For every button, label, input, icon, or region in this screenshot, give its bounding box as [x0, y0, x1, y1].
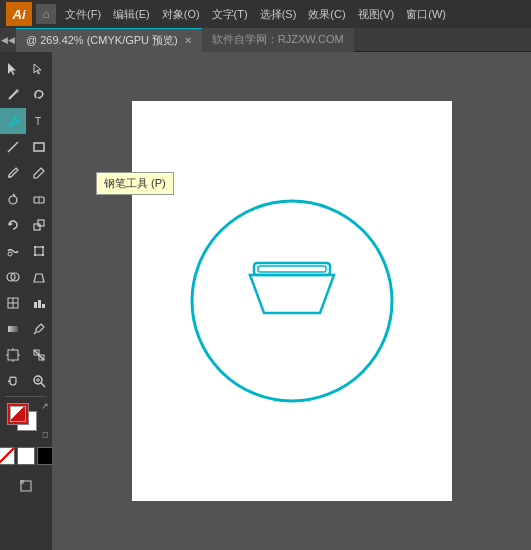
hand-tool[interactable]: [0, 368, 26, 394]
type-tool[interactable]: T: [26, 108, 52, 134]
svg-rect-32: [38, 300, 41, 308]
svg-line-2: [9, 92, 16, 99]
line-tool[interactable]: [0, 134, 26, 160]
circle-icon-container: [182, 191, 402, 411]
gradient-tool[interactable]: [0, 316, 26, 342]
svg-rect-10: [34, 143, 44, 151]
svg-point-6: [14, 117, 17, 120]
svg-line-7: [17, 120, 19, 122]
svg-rect-24: [42, 254, 44, 256]
eraser-tool[interactable]: [26, 186, 52, 212]
pen-tool[interactable]: [0, 108, 26, 134]
svg-rect-36: [8, 350, 18, 360]
tool-row-10: [0, 290, 52, 316]
svg-marker-0: [8, 63, 16, 75]
tab-inactive[interactable]: 软件自学网：RJZXW.COM: [202, 28, 354, 52]
svg-rect-33: [42, 304, 45, 308]
screen-mode-button[interactable]: [13, 473, 39, 499]
magic-wand-tool[interactable]: [0, 82, 26, 108]
svg-rect-23: [34, 254, 36, 256]
svg-marker-16: [9, 222, 13, 226]
blob-brush-tool[interactable]: [0, 186, 26, 212]
tab-active-label: @ 269.42% (CMYK/GPU 预览): [26, 33, 178, 48]
svg-rect-17: [34, 224, 40, 230]
tool-row-7: [0, 212, 52, 238]
perspective-tool[interactable]: [26, 264, 52, 290]
lasso-tool[interactable]: [26, 82, 52, 108]
tool-row-1: [0, 56, 52, 82]
swap-colors-button[interactable]: ↗: [41, 401, 49, 411]
screen-mode-section: [13, 473, 39, 499]
tool-separator: [5, 396, 47, 397]
title-bar: Ai ⌂ 文件(F) 编辑(E) 对象(O) 文字(T) 选择(S) 效果(C)…: [0, 0, 531, 28]
home-icon[interactable]: ⌂: [36, 4, 56, 24]
tab-bar: ◀◀ @ 269.42% (CMYK/GPU 预览) ✕ 软件自学网：RJZXW…: [0, 28, 531, 52]
artwork-svg: [182, 191, 402, 411]
rectangle-tool[interactable]: [26, 134, 52, 160]
menu-bar: 文件(F) 编辑(E) 对象(O) 文字(T) 选择(S) 效果(C) 视图(V…: [60, 5, 451, 24]
menu-view[interactable]: 视图(V): [353, 5, 400, 24]
rotate-tool[interactable]: [0, 212, 26, 238]
svg-marker-54: [250, 275, 334, 313]
tab-close-button[interactable]: ✕: [184, 35, 192, 46]
zoom-tool[interactable]: [26, 368, 52, 394]
tool-row-11: [0, 316, 52, 342]
menu-select[interactable]: 选择(S): [255, 5, 302, 24]
menu-file[interactable]: 文件(F): [60, 5, 106, 24]
foreground-color-swatch[interactable]: [7, 403, 29, 425]
reset-colors-button[interactable]: ◻: [42, 430, 49, 439]
shape-builder-tool[interactable]: [0, 264, 26, 290]
svg-rect-31: [34, 302, 37, 308]
svg-point-12: [9, 196, 17, 204]
menu-text[interactable]: 文字(T): [207, 5, 253, 24]
tool-row-12: [0, 342, 52, 368]
scale-tool[interactable]: [26, 212, 52, 238]
free-transform-tool[interactable]: [26, 238, 52, 264]
selection-tool[interactable]: [0, 56, 26, 82]
paintbrush-tool[interactable]: [0, 160, 26, 186]
direct-selection-tool[interactable]: [26, 56, 52, 82]
none-color-button[interactable]: [0, 447, 15, 465]
tool-row-5: [0, 160, 52, 186]
color-swatches: ↗ ◻: [1, 401, 51, 441]
tab-inactive-label: 软件自学网：RJZXW.COM: [212, 32, 344, 47]
svg-rect-22: [42, 246, 44, 248]
eyedropper-tool[interactable]: [26, 316, 52, 342]
svg-rect-34: [8, 326, 18, 332]
artboard-tool[interactable]: [0, 342, 26, 368]
canvas-area: 钢笔工具 (P): [52, 52, 531, 550]
tab-collapse-button[interactable]: ◀◀: [0, 28, 16, 52]
svg-rect-53: [258, 266, 326, 272]
bottom-color-tools: [0, 443, 52, 469]
menu-window[interactable]: 窗口(W): [401, 5, 451, 24]
tool-row-3: T: [0, 108, 52, 134]
svg-marker-1: [34, 64, 41, 74]
svg-rect-21: [34, 246, 36, 248]
black-color-button[interactable]: [37, 447, 52, 465]
tool-row-13: [0, 368, 52, 394]
svg-text:T: T: [35, 116, 41, 127]
slice-tool[interactable]: [26, 342, 52, 368]
svg-line-46: [41, 383, 45, 387]
pencil-tool[interactable]: [26, 160, 52, 186]
tool-row-2: [0, 82, 52, 108]
tab-active[interactable]: @ 269.42% (CMYK/GPU 预览) ✕: [16, 28, 202, 52]
toolbar: T: [0, 52, 52, 550]
svg-line-9: [8, 142, 18, 152]
svg-rect-50: [20, 480, 24, 484]
ai-logo: Ai: [6, 2, 32, 26]
svg-line-35: [34, 332, 36, 334]
tool-row-4: [0, 134, 52, 160]
svg-rect-52: [254, 263, 330, 275]
svg-marker-27: [34, 274, 44, 282]
white-color-button[interactable]: [17, 447, 35, 465]
column-graph-tool[interactable]: [26, 290, 52, 316]
menu-object[interactable]: 对象(O): [157, 5, 205, 24]
svg-rect-20: [35, 247, 43, 255]
warp-tool[interactable]: [0, 238, 26, 264]
menu-edit[interactable]: 编辑(E): [108, 5, 155, 24]
svg-point-51: [192, 201, 392, 401]
mesh-tool[interactable]: [0, 290, 26, 316]
main-layout: T: [0, 52, 531, 550]
menu-effect[interactable]: 效果(C): [303, 5, 350, 24]
